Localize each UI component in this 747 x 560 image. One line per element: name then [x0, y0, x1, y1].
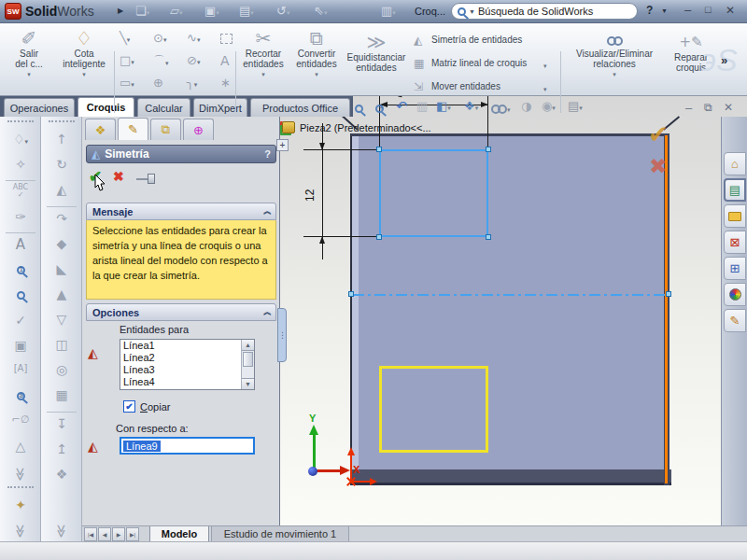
confirm-sketch-check-icon[interactable]: ✔ — [648, 120, 669, 149]
collapse-chevron-icon[interactable]: ︽ — [263, 205, 270, 217]
toolbar-grip[interactable] — [7, 120, 34, 122]
part-tree-icon[interactable] — [282, 121, 295, 133]
collapse-chevron-icon[interactable]: ︽ — [263, 306, 270, 318]
revolve-icon[interactable]: ↻ — [41, 157, 82, 172]
sketch-handle[interactable] — [376, 234, 382, 240]
open-file-icon[interactable]: ▱▾ — [170, 4, 183, 18]
pm-tab-feature-tree[interactable]: ❖ — [85, 119, 116, 140]
toolbox-tab[interactable]: ⊠ — [724, 231, 746, 254]
balloon-2-icon[interactable] — [0, 287, 41, 302]
pm-expand-button[interactable]: + — [276, 139, 289, 151]
scroll-thumb[interactable] — [243, 352, 253, 367]
toolbar-grip[interactable] — [7, 486, 34, 488]
search-results-tab[interactable] — [724, 283, 746, 306]
zoom-area-icon[interactable]: + — [375, 102, 384, 116]
tab-dimxpert[interactable]: DimXpert — [193, 98, 247, 117]
linear-pattern-dropdown-icon[interactable]: ▾ — [543, 57, 547, 71]
doc-restore-button[interactable]: ⧉ — [704, 101, 712, 114]
ribbon-overflow-button[interactable]: » — [721, 53, 727, 67]
datum-label-icon[interactable]: [A] — [0, 363, 41, 373]
linear-pattern-button[interactable]: Matriz lineal de croquis — [431, 58, 527, 68]
balloon-1-icon[interactable]: 1 — [0, 262, 41, 277]
dimension-value[interactable]: 12 — [303, 177, 318, 202]
panel-splitter-handle[interactable]: ⋮ — [277, 308, 287, 362]
combine-icon[interactable]: ❖ — [41, 467, 82, 482]
sketch-handle[interactable] — [486, 147, 491, 152]
scroll-down-icon[interactable]: ▼ — [242, 378, 254, 389]
search-dropdown-icon[interactable]: ▼ — [469, 8, 475, 15]
resources-tab[interactable]: ▤ — [724, 178, 746, 202]
save-icon[interactable]: ▣▾ — [204, 4, 219, 18]
move-entities-dropdown-icon[interactable]: ▾ — [543, 80, 547, 94]
offset-entities-button[interactable]: ≫ Equidistanciarentidades — [344, 32, 409, 73]
new-file-icon[interactable]: ❏▾ — [135, 4, 149, 18]
rib-icon[interactable]: ▽ — [41, 312, 82, 327]
next-tab-button[interactable]: ▶ — [112, 527, 125, 541]
sweep-icon[interactable]: ↷ — [41, 211, 82, 226]
mirror-centerline[interactable] — [353, 294, 668, 296]
file-properties-icon[interactable]: ▥▾ — [381, 4, 396, 18]
cancel-sketch-x-icon[interactable]: ✖ — [649, 154, 667, 179]
toolbar-expand-chevron-icon[interactable]: ≫ — [13, 454, 28, 495]
line-tool-icon[interactable]: ╲▾ — [120, 31, 130, 45]
pm-tab-dimxpert[interactable]: ⊕ — [183, 119, 214, 140]
close-button[interactable]: ✕ — [726, 4, 735, 17]
doc-close-button[interactable]: ✕ — [724, 101, 733, 114]
doc-minimize-button[interactable]: – — [685, 101, 692, 115]
check-tool-icon[interactable]: ✓ — [0, 313, 41, 328]
stamp-tool-icon[interactable]: ✑ — [0, 209, 41, 224]
pm-cancel-button[interactable]: ✖ — [113, 169, 124, 184]
tab-operaciones[interactable]: Operaciones — [4, 98, 75, 117]
shadow-view-icon[interactable]: ◑ — [521, 99, 531, 113]
list-item[interactable]: Línea2 — [120, 352, 254, 364]
entities-listbox[interactable]: Línea1 Línea2 Línea3 Línea4 ▲ ▼ — [120, 339, 255, 390]
file-explorer-tab[interactable]: ⊞ — [724, 257, 746, 280]
list-item[interactable]: Línea4 — [120, 376, 254, 388]
convert-entities-button[interactable]: ⧉ Convertirentidades ▾ — [290, 28, 343, 79]
custom-properties-tab[interactable]: ✎ — [724, 309, 746, 332]
insert-down-icon[interactable]: ↧ — [41, 416, 82, 431]
options-section-header[interactable]: Opciones ︽ — [86, 303, 276, 321]
tab-modelo[interactable]: Modelo — [149, 526, 209, 542]
pm-tab-configurations[interactable]: ⧉ — [150, 119, 181, 140]
select-icon[interactable]: ⇖▾ — [314, 4, 327, 18]
rotate-view-icon[interactable]: ▥ — [416, 99, 428, 113]
slot-tool-icon[interactable]: ▭▾ — [120, 76, 134, 90]
minimize-button[interactable]: – — [684, 3, 691, 17]
message-section-header[interactable]: Mensaje ︽ — [86, 203, 276, 220]
display-style-icon[interactable]: ▾ — [491, 101, 511, 115]
prev-tab-button[interactable]: ◀ — [98, 527, 111, 541]
loft-icon[interactable]: ◭ — [41, 182, 82, 197]
tab-calcular[interactable]: Calcular — [137, 98, 190, 117]
list-item[interactable]: Línea1 — [120, 340, 254, 352]
undo-icon[interactable]: ↺▾ — [276, 4, 289, 18]
last-tab-button[interactable]: ▶| — [126, 527, 139, 541]
maximize-button[interactable]: □ — [705, 4, 712, 15]
first-tab-button[interactable]: |◀ — [84, 527, 97, 541]
tab-croquis[interactable]: Croquis — [78, 97, 134, 117]
arc-tool-icon[interactable]: ⌒▾ — [153, 53, 169, 70]
point-tool-icon[interactable]: ∗ — [220, 76, 231, 90]
pattern-icon[interactable]: ▦ — [41, 387, 82, 402]
format-tool-icon[interactable]: ✧ — [0, 157, 41, 172]
list-item[interactable]: Línea3 — [120, 364, 254, 376]
search-icon[interactable] — [458, 7, 466, 16]
feature-tree-label[interactable]: Pieza2 (Predeterminado<<... — [300, 122, 431, 133]
mirror-entities-button[interactable]: Simetría de entidades — [431, 35, 522, 45]
previous-view-icon[interactable]: ↶ — [396, 98, 408, 115]
search-input[interactable]: Búsqueda de SolidWorks — [478, 6, 593, 17]
ellipse-tool-icon[interactable]: ⊘▾ — [187, 53, 200, 67]
exit-sketch-button[interactable]: ✐ Salirdel c... ▾ — [2, 28, 56, 79]
weld-symbol-icon[interactable]: ⌐∅ — [0, 413, 41, 426]
search-box[interactable]: ▼ Búsqueda de SolidWorks — [451, 3, 638, 20]
tab-productos-office[interactable]: Productos Office — [250, 98, 350, 117]
circle-tool-icon[interactable]: ⊙▾ — [153, 31, 166, 45]
mirror-about-field[interactable]: Línea9 — [120, 437, 255, 455]
help-dropdown-icon[interactable]: ▼ — [661, 7, 668, 14]
chamfer-icon[interactable]: ▲ — [41, 287, 82, 301]
menu-expand-arrow-icon[interactable]: ▶ — [118, 7, 123, 15]
sketch-handle[interactable] — [486, 234, 491, 240]
pm-help-icon[interactable]: ? — [264, 148, 271, 160]
revision-triangle-icon[interactable]: △ — [0, 439, 41, 454]
scroll-up-icon[interactable]: ▲ — [242, 340, 254, 351]
